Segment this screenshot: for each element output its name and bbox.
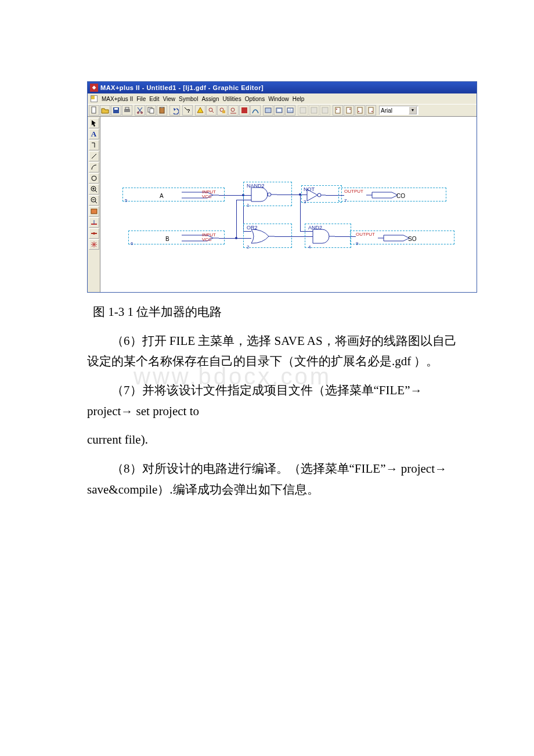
separator-icon	[181, 105, 182, 116]
menu-options[interactable]: Options	[245, 94, 265, 104]
svg-rect-23	[300, 107, 306, 113]
search-again-icon[interactable]	[228, 105, 239, 116]
copy-icon[interactable]	[146, 105, 156, 116]
output-SO-tag: OUTPUT	[356, 232, 375, 237]
wire	[236, 200, 251, 200]
zoom-page1-icon[interactable]	[333, 105, 343, 116]
pin-ref: 9	[356, 240, 358, 248]
side-toolbar: A	[88, 117, 100, 292]
arc-icon[interactable]	[89, 162, 99, 172]
svg-point-39	[268, 193, 271, 196]
menu-window[interactable]: Window	[268, 94, 289, 104]
or2-gate	[251, 228, 286, 248]
output-CO-tag: OUTPUT	[344, 189, 363, 194]
list1-icon[interactable]	[298, 105, 308, 116]
find-icon[interactable]	[206, 105, 217, 116]
svg-point-29	[349, 109, 351, 110]
svg-rect-16	[241, 107, 247, 113]
new-file-icon[interactable]	[89, 105, 99, 116]
hierarchy-project-icon[interactable]	[285, 105, 295, 116]
figure-caption: 图 1-3 1 位半加器的电路	[93, 302, 459, 323]
separator-icon	[261, 105, 262, 116]
compile-icon[interactable]	[239, 105, 250, 116]
menu-maxplus[interactable]: MAX+plus II	[102, 94, 133, 104]
separator-icon	[331, 105, 332, 116]
document-body: 图 1-3 1 位半加器的电路 （6）打开 FILE 主菜单，选择 SAVE A…	[87, 302, 459, 501]
paste-icon[interactable]	[157, 105, 167, 116]
svg-point-33	[371, 111, 373, 112]
save-icon[interactable]	[111, 105, 121, 116]
pin-ref: 1	[247, 201, 249, 210]
svg-rect-8	[150, 109, 154, 113]
pin-ref: 5	[125, 197, 127, 205]
hierarchy-up-icon[interactable]	[263, 105, 273, 116]
fit-icon[interactable]	[89, 206, 99, 217]
menu-file[interactable]: File	[136, 94, 146, 104]
warning-icon[interactable]	[195, 105, 205, 116]
menu-view[interactable]: View	[163, 94, 176, 104]
svg-rect-9	[160, 107, 164, 113]
undo-icon[interactable]	[169, 105, 180, 116]
wire	[236, 200, 237, 238]
cut-icon[interactable]	[135, 105, 145, 116]
open-file-icon[interactable]	[100, 105, 110, 116]
list2-icon[interactable]	[309, 105, 319, 116]
zoom-page4-icon[interactable]	[366, 105, 376, 116]
svg-rect-28	[347, 107, 351, 113]
nand2-gate	[251, 186, 292, 206]
menu-assign[interactable]: Assign	[201, 94, 219, 104]
zoom-page3-icon[interactable]	[355, 105, 365, 116]
input-B-sub: VCC	[202, 237, 212, 242]
svg-rect-19	[277, 109, 281, 111]
svg-rect-22	[291, 109, 293, 110]
not-gate	[307, 189, 342, 205]
chevron-down-icon[interactable]: ▼	[409, 106, 417, 114]
svg-rect-17	[265, 108, 271, 113]
zoom-in-icon[interactable]	[89, 184, 99, 195]
svg-rect-21	[288, 109, 290, 110]
and2-gate	[313, 228, 348, 248]
connect-dot-icon[interactable]	[89, 228, 99, 239]
wire	[219, 238, 236, 239]
output-CO-name: CO	[396, 191, 405, 201]
separator-icon	[133, 105, 134, 116]
pin-ref: 2	[247, 243, 249, 251]
help-context-icon[interactable]: ?	[182, 105, 193, 116]
separator-icon	[193, 105, 194, 116]
menu-utilities[interactable]: Utilities	[222, 94, 241, 104]
diag-line-icon[interactable]	[89, 151, 99, 161]
input-B-name: B	[165, 234, 169, 244]
select-arrow-icon[interactable]	[89, 118, 99, 128]
zoom-out-icon[interactable]	[89, 195, 99, 206]
simulate-icon[interactable]	[250, 105, 261, 116]
separator-icon	[168, 105, 169, 116]
output-SO-name: SO	[408, 234, 416, 244]
hierarchy-down-icon[interactable]	[274, 105, 284, 116]
circle-icon[interactable]	[89, 173, 99, 183]
wire	[300, 195, 301, 231]
paragraph-7b: current file).	[87, 430, 459, 451]
schematic-canvas[interactable]: 5 A INPUT VCC NAND2 1	[100, 117, 477, 292]
replace-icon[interactable]	[217, 105, 228, 116]
font-select[interactable]: Arial ▼	[379, 106, 418, 115]
menu-help[interactable]: Help	[293, 94, 305, 104]
svg-rect-25	[322, 107, 328, 113]
menu-edit[interactable]: Edit	[149, 94, 159, 104]
svg-rect-2	[114, 108, 118, 110]
text-A-icon[interactable]: A	[89, 129, 99, 139]
menu-symbol[interactable]: Symbol	[179, 94, 198, 104]
pin-ref: 4	[308, 243, 311, 251]
editor-area: A 5 A INPUT	[88, 117, 477, 292]
svg-point-34	[92, 176, 96, 181]
zoom-page2-icon[interactable]	[344, 105, 354, 116]
svg-point-31	[358, 111, 359, 112]
rubberband-icon[interactable]	[89, 217, 99, 228]
font-select-value: Arial	[381, 106, 392, 116]
paragraph-6: （6）打开 FILE 主菜单，选择 SAVE AS，将画好的线路图以自己设定的某…	[87, 331, 459, 372]
asterisk-icon[interactable]	[89, 239, 99, 250]
svg-text:?: ?	[187, 108, 190, 114]
list3-icon[interactable]	[320, 105, 330, 116]
doc-icon	[90, 95, 98, 103]
ortho-line-icon[interactable]	[89, 140, 99, 150]
print-icon[interactable]	[122, 105, 132, 116]
